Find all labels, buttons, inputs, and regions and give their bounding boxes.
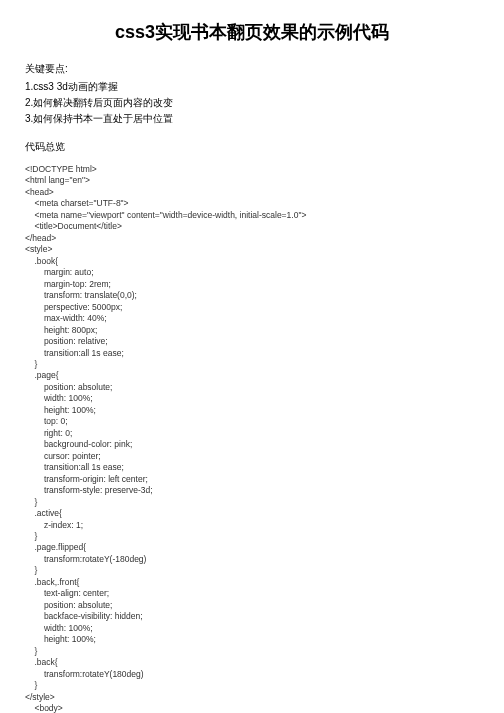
key-point-1: 1.css3 3d动画的掌握 [25, 80, 479, 94]
key-point-2: 2.如何解决翻转后页面内容的改变 [25, 96, 479, 110]
key-points-label: 关键要点: [25, 62, 479, 76]
key-point-3: 3.如何保持书本一直处于居中位置 [25, 112, 479, 126]
code-overview-label: 代码总览 [25, 140, 479, 154]
page-title: css3实现书本翻页效果的示例代码 [25, 20, 479, 44]
code-block: <!DOCTYPE html> <html lang="en"> <head> … [25, 164, 479, 713]
